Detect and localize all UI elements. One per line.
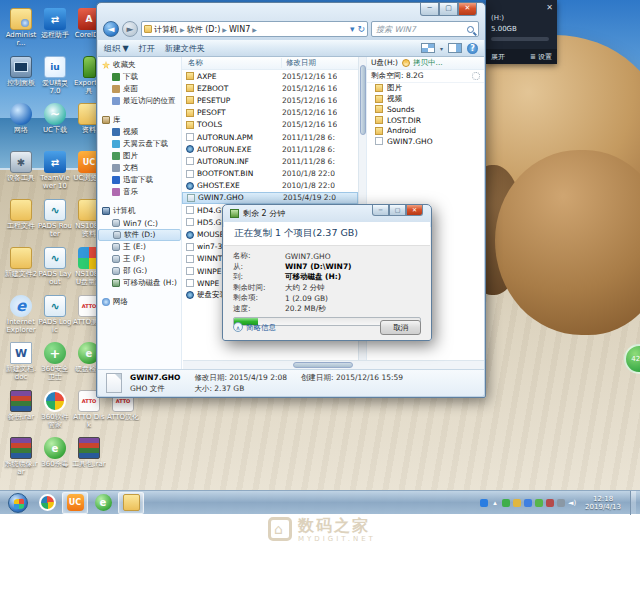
desktop-icon[interactable]: 360杀毒 (38, 437, 72, 468)
taskbar-clock[interactable]: 12:18 2019/4/13 (579, 495, 627, 511)
tree-item[interactable]: 桌面 (98, 83, 181, 95)
start-button[interactable] (8, 493, 28, 513)
tray-icon[interactable] (535, 499, 543, 507)
address-box[interactable]: 计算机▶ 软件 (D:)▶ WIN7▶ ▾ ↻ (141, 21, 368, 37)
column-header-date[interactable]: 修改日期 (282, 58, 316, 68)
usb-item[interactable]: 图片 (367, 83, 484, 94)
desktop-icon[interactable]: 工程文件 (4, 199, 38, 230)
open-button[interactable]: 打开 (139, 43, 155, 54)
close-icon[interactable]: ✕ (546, 3, 553, 12)
tree-item[interactable]: Win7 (C:) (98, 217, 181, 229)
tray-icon[interactable] (546, 499, 554, 507)
file-row[interactable]: AUTORUN.APM 2011/11/28 6: (182, 131, 358, 143)
tray-icon[interactable] (480, 499, 488, 507)
breadcrumb-computer[interactable]: 计算机 (154, 24, 178, 35)
minimize-button[interactable]: ─ (372, 205, 389, 216)
file-row[interactable]: PESOFT 2015/12/16 16 (182, 107, 358, 119)
scrollbar-thumb[interactable] (360, 65, 366, 135)
desktop-icon[interactable]: 360安全卫士 (38, 342, 72, 381)
usb-item[interactable]: 视频 (367, 94, 484, 105)
desktop-icon[interactable]: 360软件管家 (38, 390, 72, 429)
show-desktop-button[interactable] (630, 491, 636, 515)
desktop-icon[interactable]: UC下载 (38, 103, 72, 134)
file-row[interactable]: EZBOOT 2015/12/16 16 (182, 82, 358, 94)
usb-item[interactable]: Android (367, 125, 484, 136)
desktop-icon[interactable]: PADS Router (38, 199, 72, 238)
usb-item[interactable]: Sounds (367, 104, 484, 115)
address-dropdown-icon[interactable]: ▾ (350, 24, 355, 34)
usb-tool-settings-button[interactable]: ≣ 设置 (530, 52, 552, 62)
cancel-button[interactable]: 取消 (380, 320, 421, 335)
file-row[interactable]: GWIN7.GHO 2015/4/19 2:0 (182, 192, 358, 204)
preview-pane-icon[interactable] (448, 43, 462, 53)
taskbar-button[interactable] (118, 492, 144, 514)
tree-item[interactable]: 邵 (G:) (98, 265, 181, 277)
tree-item[interactable]: 计算机 (98, 205, 181, 217)
refresh-icon[interactable]: ↻ (357, 24, 365, 34)
usb-tool-expand-button[interactable]: 展开 (491, 52, 505, 62)
tree-item[interactable]: 网络 (98, 296, 181, 308)
desktop-icon[interactable]: 系统镜像.rar (4, 437, 38, 476)
tree-item[interactable]: 库 (98, 114, 181, 126)
desktop-icon[interactable]: 备份.rar (4, 390, 38, 421)
tree-item[interactable]: 王 (F:) (98, 253, 181, 265)
desktop-icon[interactable]: PADS Logic (38, 295, 72, 334)
usb-item[interactable]: GWIN7.GHO (367, 136, 484, 147)
search-input[interactable]: 搜索 WIN7 (371, 21, 479, 37)
desktop-icon[interactable]: 爱U精灵 7.0 (38, 56, 72, 95)
details-toggle[interactable]: ∧简略信息 (233, 322, 276, 333)
views-icon[interactable] (421, 43, 435, 53)
desktop-icon[interactable]: 工具包.rar (72, 437, 106, 468)
file-row[interactable]: PESETUP 2015/12/16 16 (182, 94, 358, 106)
tree-item[interactable]: 音乐 (98, 186, 181, 198)
organize-button[interactable]: 组织 ▼ (104, 43, 129, 54)
desktop-icon[interactable]: 新建文档.doc (4, 342, 38, 381)
file-row[interactable]: GHOST.EXE 2010/1/8 22:0 (182, 180, 358, 192)
file-row[interactable]: AUTORUN.INF 2011/11/28 6: (182, 155, 358, 167)
taskbar-button[interactable] (62, 492, 88, 514)
tree-item[interactable]: 迅雷下载 (98, 174, 181, 186)
views-dropdown-icon[interactable]: ▾ (440, 45, 443, 52)
maximize-button[interactable]: ▢ (389, 205, 406, 216)
tree-item[interactable]: 图片 (98, 150, 181, 162)
tray-icon[interactable]: ◄) (568, 499, 576, 507)
tray-icon[interactable] (502, 499, 510, 507)
tree-item[interactable]: 软件 (D:) (98, 229, 181, 241)
minimize-button[interactable]: ─ (420, 3, 439, 16)
desktop-icon[interactable]: 网络 (4, 103, 38, 134)
tree-item[interactable]: 视频 (98, 126, 181, 138)
close-button[interactable]: ✕ (458, 3, 477, 16)
usb-item[interactable]: LOST.DIR (367, 115, 484, 126)
file-row[interactable]: AXPE 2015/12/16 16 (182, 70, 358, 82)
new-folder-button[interactable]: 新建文件夹 (165, 43, 205, 54)
tree-item[interactable]: 下载 (98, 71, 181, 83)
gear-icon[interactable] (472, 72, 480, 80)
forward-button[interactable]: ► (122, 21, 138, 37)
tree-item[interactable]: 收藏夹 (98, 59, 181, 71)
file-row[interactable]: AUTORUN.EXE 2011/11/28 6: (182, 143, 358, 155)
help-icon[interactable]: ? (467, 43, 478, 54)
breadcrumb-drive[interactable]: 软件 (D:) (187, 24, 221, 35)
close-button[interactable]: ✕ (406, 205, 423, 216)
desktop-icon[interactable]: TeamViewer 10 (38, 151, 72, 190)
file-row[interactable]: BOOTFONT.BIN 2010/1/8 22:0 (182, 168, 358, 180)
desktop-icon[interactable]: Administr... (4, 8, 38, 47)
taskbar-button[interactable] (90, 492, 116, 514)
tree-item[interactable]: 王 (E:) (98, 241, 181, 253)
tree-item[interactable]: 最近访问的位置 (98, 95, 181, 107)
desktop-icon[interactable]: 控制面板 (4, 56, 38, 87)
tray-icon[interactable] (524, 499, 532, 507)
desktop-icon[interactable]: 设备工具 (4, 151, 38, 182)
breadcrumb-folder[interactable]: WIN7 (229, 25, 250, 34)
desktop-icon[interactable]: 远程助手 (38, 8, 72, 39)
desktop-icon[interactable]: Internet Explorer (4, 295, 38, 334)
desktop-icon[interactable]: PADS Layout (38, 247, 72, 286)
back-button[interactable]: ◄ (103, 21, 119, 37)
scrollbar-thumb[interactable] (293, 362, 353, 368)
tray-icon[interactable] (513, 499, 521, 507)
taskbar-button[interactable] (34, 492, 60, 514)
horizontal-scrollbar[interactable] (183, 360, 484, 369)
tray-icon[interactable]: ▴ (491, 499, 499, 507)
desktop-icon[interactable]: 新建文件2 (4, 247, 38, 278)
tray-icon[interactable] (557, 499, 565, 507)
